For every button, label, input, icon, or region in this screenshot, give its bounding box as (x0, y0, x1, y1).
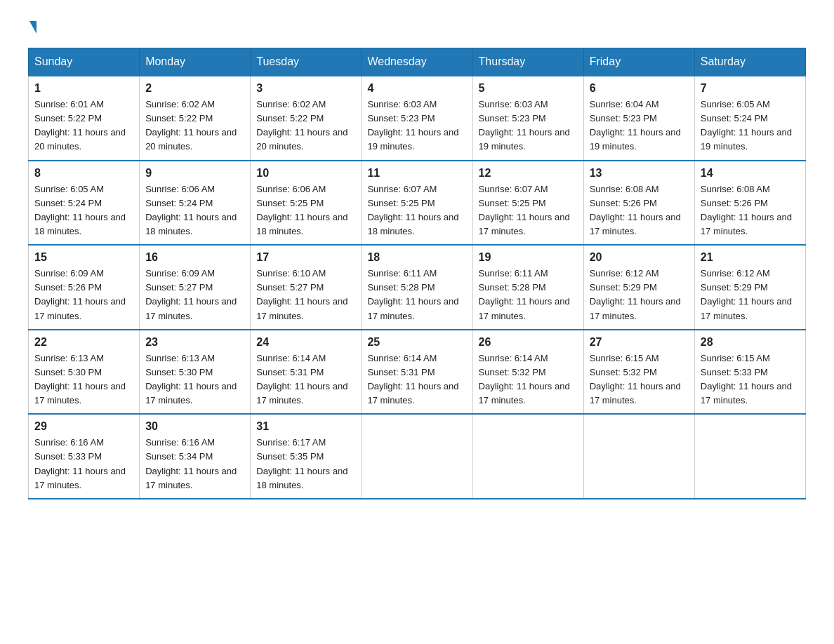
calendar-day-cell: 8 Sunrise: 6:05 AM Sunset: 5:24 PM Dayli… (29, 161, 140, 246)
calendar-day-cell: 14 Sunrise: 6:08 AM Sunset: 5:26 PM Dayl… (694, 161, 805, 246)
day-info: Sunrise: 6:14 AM Sunset: 5:31 PM Dayligh… (367, 351, 466, 408)
calendar-day-cell: 27 Sunrise: 6:15 AM Sunset: 5:32 PM Dayl… (583, 330, 694, 415)
day-number: 27 (590, 336, 689, 349)
day-info: Sunrise: 6:16 AM Sunset: 5:33 PM Dayligh… (34, 436, 133, 492)
day-number: 21 (701, 251, 800, 264)
day-number: 11 (367, 167, 466, 180)
day-info: Sunrise: 6:01 AM Sunset: 5:22 PM Dayligh… (34, 98, 133, 154)
day-number: 23 (145, 336, 244, 349)
calendar-week-row: 29 Sunrise: 6:16 AM Sunset: 5:33 PM Dayl… (29, 414, 806, 499)
day-number: 19 (479, 251, 578, 264)
day-of-week-header: Friday (583, 48, 694, 76)
calendar-day-cell: 31 Sunrise: 6:17 AM Sunset: 5:35 PM Dayl… (251, 414, 362, 499)
day-info: Sunrise: 6:10 AM Sunset: 5:27 PM Dayligh… (256, 267, 355, 323)
day-number: 13 (590, 167, 689, 180)
day-info: Sunrise: 6:17 AM Sunset: 5:35 PM Dayligh… (256, 436, 355, 492)
day-info: Sunrise: 6:15 AM Sunset: 5:32 PM Dayligh… (590, 351, 689, 408)
calendar-day-cell: 20 Sunrise: 6:12 AM Sunset: 5:29 PM Dayl… (583, 245, 694, 330)
day-info: Sunrise: 6:05 AM Sunset: 5:24 PM Dayligh… (34, 182, 133, 239)
calendar-day-cell: 25 Sunrise: 6:14 AM Sunset: 5:31 PM Dayl… (362, 330, 472, 415)
day-number: 16 (145, 251, 244, 264)
day-number: 18 (367, 251, 466, 264)
day-of-week-header: Wednesday (362, 48, 472, 76)
day-info: Sunrise: 6:05 AM Sunset: 5:24 PM Dayligh… (701, 98, 800, 154)
day-info: Sunrise: 6:03 AM Sunset: 5:23 PM Dayligh… (367, 98, 466, 154)
logo-top-row (28, 21, 37, 34)
day-info: Sunrise: 6:16 AM Sunset: 5:34 PM Dayligh… (145, 436, 244, 492)
calendar-day-cell: 29 Sunrise: 6:16 AM Sunset: 5:33 PM Dayl… (29, 414, 140, 499)
calendar-day-cell (583, 414, 694, 499)
day-info: Sunrise: 6:08 AM Sunset: 5:26 PM Dayligh… (701, 182, 800, 239)
calendar-header-row: SundayMondayTuesdayWednesdayThursdayFrid… (29, 48, 806, 76)
calendar-day-cell: 3 Sunrise: 6:02 AM Sunset: 5:22 PM Dayli… (251, 76, 362, 161)
day-number: 3 (256, 82, 355, 95)
day-number: 22 (34, 336, 133, 349)
day-info: Sunrise: 6:12 AM Sunset: 5:29 PM Dayligh… (590, 267, 689, 323)
day-of-week-header: Saturday (694, 48, 805, 76)
calendar-day-cell: 10 Sunrise: 6:06 AM Sunset: 5:25 PM Dayl… (251, 161, 362, 246)
calendar-week-row: 22 Sunrise: 6:13 AM Sunset: 5:30 PM Dayl… (29, 330, 806, 415)
day-info: Sunrise: 6:07 AM Sunset: 5:25 PM Dayligh… (367, 182, 466, 239)
logo-triangle-icon (29, 21, 37, 34)
day-info: Sunrise: 6:09 AM Sunset: 5:26 PM Dayligh… (34, 267, 133, 323)
calendar-day-cell: 12 Sunrise: 6:07 AM Sunset: 5:25 PM Dayl… (472, 161, 583, 246)
day-number: 6 (590, 82, 689, 95)
calendar-day-cell: 30 Sunrise: 6:16 AM Sunset: 5:34 PM Dayl… (140, 414, 251, 499)
day-info: Sunrise: 6:13 AM Sunset: 5:30 PM Dayligh… (145, 351, 244, 408)
calendar-day-cell: 22 Sunrise: 6:13 AM Sunset: 5:30 PM Dayl… (29, 330, 140, 415)
calendar-day-cell: 4 Sunrise: 6:03 AM Sunset: 5:23 PM Dayli… (362, 76, 472, 161)
calendar-day-cell (694, 414, 805, 499)
day-info: Sunrise: 6:04 AM Sunset: 5:23 PM Dayligh… (590, 98, 689, 154)
calendar-day-cell: 6 Sunrise: 6:04 AM Sunset: 5:23 PM Dayli… (583, 76, 694, 161)
day-number: 24 (256, 336, 355, 349)
day-info: Sunrise: 6:14 AM Sunset: 5:32 PM Dayligh… (479, 351, 578, 408)
calendar-day-cell (362, 414, 472, 499)
calendar-table: SundayMondayTuesdayWednesdayThursdayFrid… (28, 48, 806, 499)
calendar-day-cell: 21 Sunrise: 6:12 AM Sunset: 5:29 PM Dayl… (694, 245, 805, 330)
day-number: 2 (145, 82, 244, 95)
day-info: Sunrise: 6:15 AM Sunset: 5:33 PM Dayligh… (701, 351, 800, 408)
day-info: Sunrise: 6:12 AM Sunset: 5:29 PM Dayligh… (701, 267, 800, 323)
day-info: Sunrise: 6:14 AM Sunset: 5:31 PM Dayligh… (256, 351, 355, 408)
day-number: 10 (256, 167, 355, 180)
calendar-day-cell: 24 Sunrise: 6:14 AM Sunset: 5:31 PM Dayl… (251, 330, 362, 415)
day-number: 1 (34, 82, 133, 95)
calendar-day-cell: 2 Sunrise: 6:02 AM Sunset: 5:22 PM Dayli… (140, 76, 251, 161)
logo (28, 21, 37, 34)
calendar-day-cell: 9 Sunrise: 6:06 AM Sunset: 5:24 PM Dayli… (140, 161, 251, 246)
calendar-day-cell: 16 Sunrise: 6:09 AM Sunset: 5:27 PM Dayl… (140, 245, 251, 330)
calendar-day-cell: 5 Sunrise: 6:03 AM Sunset: 5:23 PM Dayli… (472, 76, 583, 161)
day-number: 8 (34, 167, 133, 180)
calendar-day-cell: 26 Sunrise: 6:14 AM Sunset: 5:32 PM Dayl… (472, 330, 583, 415)
calendar-day-cell: 23 Sunrise: 6:13 AM Sunset: 5:30 PM Dayl… (140, 330, 251, 415)
day-number: 31 (256, 420, 355, 433)
calendar-day-cell: 11 Sunrise: 6:07 AM Sunset: 5:25 PM Dayl… (362, 161, 472, 246)
day-number: 25 (367, 336, 466, 349)
calendar-day-cell: 15 Sunrise: 6:09 AM Sunset: 5:26 PM Dayl… (29, 245, 140, 330)
day-number: 14 (701, 167, 800, 180)
day-number: 26 (479, 336, 578, 349)
calendar-day-cell: 19 Sunrise: 6:11 AM Sunset: 5:28 PM Dayl… (472, 245, 583, 330)
day-info: Sunrise: 6:03 AM Sunset: 5:23 PM Dayligh… (479, 98, 578, 154)
calendar-day-cell: 13 Sunrise: 6:08 AM Sunset: 5:26 PM Dayl… (583, 161, 694, 246)
day-number: 4 (367, 82, 466, 95)
day-info: Sunrise: 6:06 AM Sunset: 5:25 PM Dayligh… (256, 182, 355, 239)
calendar-day-cell: 7 Sunrise: 6:05 AM Sunset: 5:24 PM Dayli… (694, 76, 805, 161)
day-info: Sunrise: 6:07 AM Sunset: 5:25 PM Dayligh… (479, 182, 578, 239)
day-of-week-header: Thursday (472, 48, 583, 76)
day-number: 17 (256, 251, 355, 264)
day-number: 28 (701, 336, 800, 349)
calendar-week-row: 8 Sunrise: 6:05 AM Sunset: 5:24 PM Dayli… (29, 161, 806, 246)
day-number: 15 (34, 251, 133, 264)
day-number: 12 (479, 167, 578, 180)
day-number: 7 (701, 82, 800, 95)
day-of-week-header: Tuesday (251, 48, 362, 76)
day-of-week-header: Sunday (29, 48, 140, 76)
calendar-week-row: 15 Sunrise: 6:09 AM Sunset: 5:26 PM Dayl… (29, 245, 806, 330)
day-info: Sunrise: 6:11 AM Sunset: 5:28 PM Dayligh… (479, 267, 578, 323)
page-header (28, 21, 806, 34)
calendar-day-cell: 17 Sunrise: 6:10 AM Sunset: 5:27 PM Dayl… (251, 245, 362, 330)
day-info: Sunrise: 6:02 AM Sunset: 5:22 PM Dayligh… (145, 98, 244, 154)
day-number: 20 (590, 251, 689, 264)
day-number: 5 (479, 82, 578, 95)
